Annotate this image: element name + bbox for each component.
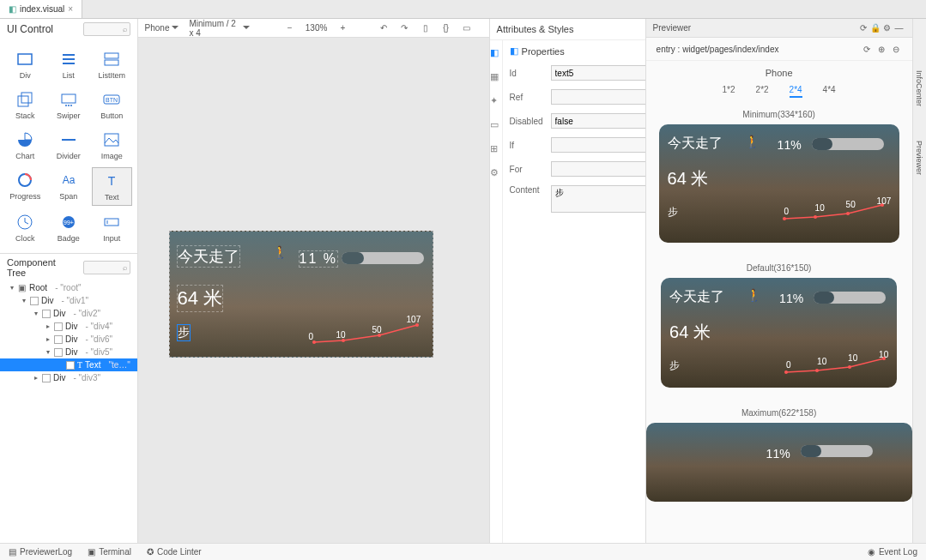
component-input[interactable]: Input bbox=[92, 209, 132, 246]
chart-label: 107 bbox=[407, 315, 421, 324]
expand-icon[interactable]: ▾ bbox=[33, 310, 39, 317]
layout-tab-icon[interactable]: ▦ bbox=[490, 71, 502, 83]
text-steps-selected[interactable]: 步 bbox=[177, 324, 191, 341]
component-clock[interactable]: Clock bbox=[5, 209, 45, 246]
svg-point-10 bbox=[68, 105, 70, 106]
visibility-checkbox[interactable] bbox=[54, 322, 63, 331]
expand-icon[interactable]: ▾ bbox=[45, 348, 51, 356]
component-badge[interactable]: 99+Badge bbox=[49, 209, 89, 246]
tree-node-div[interactable]: ▸Div- "div6" bbox=[0, 333, 137, 346]
tree-node-root[interactable]: ▾▣Root- "root" bbox=[0, 281, 137, 294]
slider-knob[interactable] bbox=[342, 252, 364, 264]
tree-node-div[interactable]: ▸Div- "div4" bbox=[0, 320, 137, 333]
minimize-icon[interactable]: — bbox=[893, 22, 905, 34]
previewer-scroll[interactable]: Phone 1*22*22*44*4 Minimum(334*160) 今天走了… bbox=[646, 61, 912, 543]
zoom-out-button[interactable]: − bbox=[285, 22, 295, 34]
gear-icon[interactable]: ⚙ bbox=[881, 22, 893, 34]
refresh-icon[interactable]: ⟳ bbox=[861, 43, 873, 55]
tree-node-div[interactable]: ▾Div- "div1" bbox=[0, 294, 137, 307]
tree-search[interactable]: ⌕ bbox=[83, 261, 130, 274]
tree-node-div[interactable]: ▾Div- "div2" bbox=[0, 307, 137, 320]
text-percent[interactable]: 11 % bbox=[299, 250, 338, 268]
svg-text:BTN: BTN bbox=[106, 97, 118, 103]
device-dropdown[interactable]: Phone bbox=[145, 23, 179, 33]
code-button[interactable]: {} bbox=[441, 22, 451, 34]
visibility-checkbox[interactable] bbox=[30, 297, 39, 305]
border-tab-icon[interactable]: ▭ bbox=[490, 119, 502, 131]
expand-icon[interactable]: ▸ bbox=[33, 374, 39, 382]
undo-button[interactable]: ↶ bbox=[378, 22, 389, 34]
component-span[interactable]: AaSpan bbox=[49, 167, 89, 206]
props-tab-icon[interactable]: ◧ bbox=[490, 47, 502, 59]
design-canvas[interactable]: 今天走了 🚶 11 % 64 米 步 0 10 50 107 bbox=[138, 38, 489, 543]
visibility-checkbox[interactable] bbox=[54, 348, 63, 357]
zoom-out-icon[interactable]: ⊖ bbox=[890, 43, 902, 55]
svg-rect-7 bbox=[21, 93, 32, 103]
redo-button[interactable]: ↷ bbox=[399, 22, 409, 34]
expand-icon[interactable]: ▾ bbox=[21, 297, 27, 304]
line-chart[interactable]: 0 10 50 107 bbox=[307, 313, 427, 347]
visibility-checkbox[interactable] bbox=[66, 361, 75, 370]
visibility-checkbox[interactable] bbox=[42, 310, 51, 318]
refresh-icon[interactable]: ⟳ bbox=[857, 22, 869, 34]
size-tab-2x4[interactable]: 2*4 bbox=[790, 85, 802, 98]
rail-tab-info-center[interactable]: InfoCenter bbox=[915, 70, 923, 106]
status-terminal[interactable]: ▣Terminal bbox=[88, 547, 131, 557]
box-tab-icon[interactable]: ⊞ bbox=[490, 143, 502, 155]
text-tab-icon[interactable]: ✦ bbox=[490, 95, 502, 107]
tree-node-div[interactable]: ▸Div- "div3" bbox=[0, 371, 137, 384]
preview-text-steps: 步 bbox=[669, 358, 680, 373]
progress-slider[interactable] bbox=[342, 252, 424, 264]
component-image[interactable]: Image bbox=[92, 127, 132, 164]
responsive-button[interactable]: ▭ bbox=[462, 22, 472, 34]
expand-icon[interactable]: ▾ bbox=[9, 284, 15, 292]
text-distance[interactable]: 64 米 bbox=[177, 285, 224, 312]
expand-icon[interactable]: ▸ bbox=[45, 335, 51, 343]
side-rail: InfoCenter Previewer bbox=[912, 19, 926, 543]
zoom-in-icon[interactable]: ⊕ bbox=[875, 43, 887, 55]
size-tab-4x4[interactable]: 4*4 bbox=[823, 85, 836, 98]
svg-point-34 bbox=[784, 370, 788, 374]
component-tree[interactable]: ▾▣Root- "root"▾Div- "div1"▾Div- "div2"▸D… bbox=[0, 281, 137, 543]
tree-node-text[interactable]: TText"te…" bbox=[0, 358, 137, 371]
status-code-linter[interactable]: ✪Code Linter bbox=[147, 547, 202, 557]
size-tab-2x2[interactable]: 2*2 bbox=[756, 85, 769, 98]
widget-preview[interactable]: 今天走了 🚶 11 % 64 米 步 0 10 50 107 bbox=[169, 231, 433, 358]
preview-widget-def[interactable]: 今天走了 🚶 11% 64 米 步 0101010 bbox=[661, 278, 897, 388]
lock-icon[interactable]: 🔒 bbox=[869, 22, 881, 34]
listitem-icon bbox=[102, 50, 121, 69]
text-today-walked[interactable]: 今天走了 bbox=[177, 245, 240, 268]
preview-slider bbox=[814, 292, 886, 304]
preview-widget-max[interactable]: 11% bbox=[646, 423, 912, 502]
visibility-checkbox[interactable] bbox=[42, 374, 51, 382]
component-button[interactable]: BTNButton bbox=[92, 87, 132, 123]
component-text[interactable]: TText bbox=[92, 167, 132, 206]
rail-tab-previewer[interactable]: Previewer bbox=[915, 141, 923, 175]
status-event-log[interactable]: ◉Event Log bbox=[868, 547, 917, 557]
ruler-button[interactable]: ▯ bbox=[420, 22, 430, 34]
component-chart[interactable]: Chart bbox=[5, 127, 45, 164]
component-div[interactable]: Div bbox=[5, 46, 45, 83]
preview-label: Default(316*150) bbox=[747, 263, 812, 273]
clock-icon bbox=[15, 213, 34, 232]
component-list[interactable]: List bbox=[49, 46, 89, 83]
expand-icon[interactable]: ▸ bbox=[45, 322, 51, 330]
status-previewer-log[interactable]: ▤PreviewerLog bbox=[9, 547, 72, 557]
component-listitem[interactable]: ListItem bbox=[92, 46, 132, 83]
close-icon[interactable]: × bbox=[68, 4, 73, 14]
component-stack[interactable]: Stack bbox=[5, 87, 45, 123]
zoom-in-button[interactable]: + bbox=[337, 22, 348, 34]
preview-widget-min[interactable]: 今天走了 🚶 11% 64 米 步 01050107 bbox=[659, 124, 899, 243]
svg-point-11 bbox=[70, 105, 72, 106]
canvas-size-dropdown[interactable]: Minimum / 2 x 4 bbox=[189, 19, 249, 38]
tree-node-div[interactable]: ▾Div- "div5" bbox=[0, 346, 137, 358]
visibility-checkbox[interactable] bbox=[54, 335, 63, 344]
ui-control-search[interactable]: ⌕ bbox=[83, 22, 130, 36]
component-progress[interactable]: Progress bbox=[5, 167, 45, 206]
size-tab-1x2[interactable]: 1*2 bbox=[723, 85, 735, 98]
effects-tab-icon[interactable]: ⚙ bbox=[490, 167, 502, 179]
component-swiper[interactable]: Swiper bbox=[49, 87, 89, 123]
component-divider[interactable]: Divider bbox=[49, 127, 89, 164]
preview-slider bbox=[812, 138, 884, 150]
file-tab-index-visual[interactable]: ◧ index.visual × bbox=[0, 0, 82, 18]
